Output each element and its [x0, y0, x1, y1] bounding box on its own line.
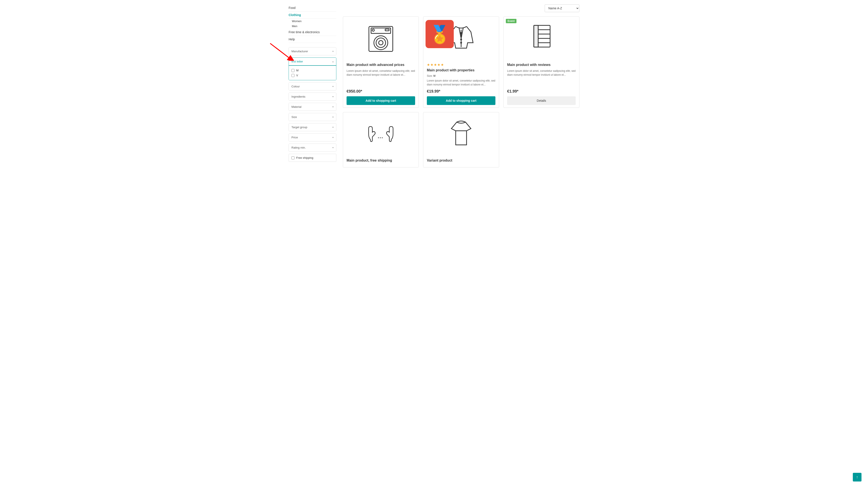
star-2: ★: [430, 63, 433, 67]
sidebar-item-food[interactable]: Food: [289, 4, 336, 11]
product-grid: Main product with advanced prices Lorem …: [343, 17, 579, 167]
filter-checkbox-m[interactable]: [291, 69, 294, 72]
svg-rect-22: [534, 25, 538, 47]
filter-first-letter-body: M V: [289, 66, 336, 80]
product-price-1: €950.00*: [346, 89, 415, 94]
filter-ingredients: Ingredients ▾: [289, 93, 336, 101]
product-image-2: 🏅: [423, 17, 499, 60]
sidebar-item-help[interactable]: Help: [289, 36, 336, 43]
filter-manufacturer: Manufacturer ▾: [289, 47, 336, 55]
product-title-4: Main product, free shipping: [346, 158, 415, 163]
filter-price-header[interactable]: Price ▾: [289, 134, 336, 141]
washing-machine-icon: [367, 23, 395, 54]
filter-rating-min-label: Rating min.: [291, 146, 306, 149]
svg-rect-8: [385, 29, 389, 31]
product-card-4: Main product, free shipping: [343, 112, 419, 167]
product-info-1: Main product with advanced prices Lorem …: [343, 60, 418, 107]
product-info-5: Variant product: [423, 156, 499, 167]
chevron-down-icon: ▾: [333, 95, 334, 98]
filter-option-v-label: V: [296, 74, 298, 77]
filter-option-v[interactable]: V: [291, 73, 334, 78]
star-4: ★: [437, 63, 440, 67]
award-badge: 🏅: [426, 19, 433, 27]
product-desc-2: Lorem ipsum dolor sit amet, consetetur s…: [427, 79, 495, 87]
sort-select[interactable]: Name A-Z Name Z-A Price asc. Price desc.: [545, 4, 579, 12]
product-title-2: Main product with properties: [427, 68, 495, 73]
product-price-2: €19.99*: [427, 89, 495, 94]
filter-price: Price ▾: [289, 133, 336, 141]
svg-point-12: [461, 33, 462, 34]
filter-colour-label: Colour: [291, 85, 300, 88]
add-to-cart-button-1[interactable]: Add to shopping cart: [346, 96, 415, 105]
star-1: ★: [427, 63, 430, 67]
sidebar-item-men[interactable]: Men: [292, 24, 336, 29]
sweater-icon: [447, 119, 475, 149]
filter-option-m[interactable]: M: [291, 68, 334, 73]
product-image-4: [343, 112, 418, 156]
filter-option-m-label: M: [296, 69, 299, 72]
product-card-5: Variant product: [423, 112, 499, 167]
svg-point-7: [372, 29, 374, 31]
filter-material-label: Material: [291, 105, 302, 108]
filter-rating-min-header[interactable]: Rating min. ▾: [289, 144, 336, 152]
product-desc-3: Lorem ipsum dolor sit amet, consetetur s…: [507, 69, 576, 87]
sidebar-item-free-time[interactable]: Free time & electronics: [289, 29, 336, 36]
product-image-3: Event: [504, 17, 579, 60]
main-content: Name A-Z Name Z-A Price asc. Price desc.: [343, 4, 579, 167]
filter-target-group-label: Target group: [291, 126, 307, 129]
product-card-1: Main product with advanced prices Lorem …: [343, 17, 419, 108]
chevron-down-icon: ▾: [333, 147, 334, 149]
svg-point-15: [461, 42, 462, 43]
product-title-5: Variant product: [427, 158, 495, 163]
product-desc-1: Lorem ipsum dolor sit amet, consetetur s…: [346, 69, 415, 87]
add-to-cart-button-2[interactable]: Add to shopping cart: [427, 96, 495, 105]
chevron-down-icon: ▾: [333, 126, 334, 128]
product-card-2: 🏅: [423, 17, 499, 108]
filter-material-header[interactable]: Material ▾: [289, 103, 336, 110]
filter-ingredients-label: Ingredients: [291, 95, 305, 98]
product-title-1: Main product with advanced prices: [346, 63, 415, 67]
award-icon: 🏅: [426, 19, 454, 49]
product-stars-2: ★ ★ ★ ★ ★: [427, 63, 495, 67]
product-price-3: €1.99*: [507, 89, 576, 94]
filter-manufacturer-label: Manufacturer: [291, 50, 308, 53]
svg-point-6: [379, 40, 383, 45]
product-size-value-2: M: [433, 74, 436, 77]
chevron-down-icon: ▾: [333, 50, 334, 53]
filter-checkbox-v[interactable]: [291, 74, 294, 77]
sidebar-item-women[interactable]: Women: [292, 19, 336, 24]
filter-material: Material ▾: [289, 103, 336, 111]
filter-target-group-header[interactable]: Target group ▾: [289, 123, 336, 131]
free-shipping-label: Free shipping: [296, 156, 313, 159]
sidebar-item-clothing[interactable]: Clothing: [289, 11, 336, 19]
chevron-down-icon: ▾: [333, 116, 334, 118]
filter-rating-min: Rating min. ▾: [289, 143, 336, 152]
sidebar-navigation: Food Clothing Women Men Free time & elec…: [289, 4, 336, 43]
svg-text:🏅: 🏅: [429, 24, 451, 45]
product-image-1: [343, 17, 418, 60]
chevron-down-icon: ▾: [333, 106, 334, 108]
filter-size-header[interactable]: Size ▾: [289, 113, 336, 121]
filter-first-letter-label: first letter: [291, 60, 303, 63]
product-size-2: Size: M: [427, 74, 495, 77]
top-bar: Name A-Z Name Z-A Price asc. Price desc.: [343, 4, 579, 12]
svg-point-13: [461, 36, 462, 37]
filter-ingredients-header[interactable]: Ingredients ▾: [289, 93, 336, 100]
free-shipping-checkbox[interactable]: [291, 156, 294, 159]
chevron-up-icon: ▴: [333, 60, 334, 63]
event-badge: Event: [506, 19, 517, 23]
mittens-icon: [367, 119, 395, 149]
filter-size-label: Size: [291, 116, 297, 119]
filter-first-letter-header[interactable]: first letter ▴: [289, 58, 336, 66]
star-5: ★: [441, 63, 444, 67]
filter-manufacturer-header[interactable]: Manufacturer ▾: [289, 47, 336, 55]
filter-price-label: Price: [291, 136, 298, 139]
details-button-3[interactable]: Details: [507, 96, 576, 105]
filter-colour-header[interactable]: Colour ▾: [289, 83, 336, 90]
product-title-3: Main product with reviews: [507, 63, 576, 67]
product-info-3: Main product with reviews Lorem ipsum do…: [504, 60, 579, 107]
filter-colour: Colour ▾: [289, 83, 336, 91]
free-shipping-filter[interactable]: Free shipping: [289, 154, 336, 162]
star-3: ★: [434, 63, 437, 67]
notebook-icon: [527, 23, 556, 54]
